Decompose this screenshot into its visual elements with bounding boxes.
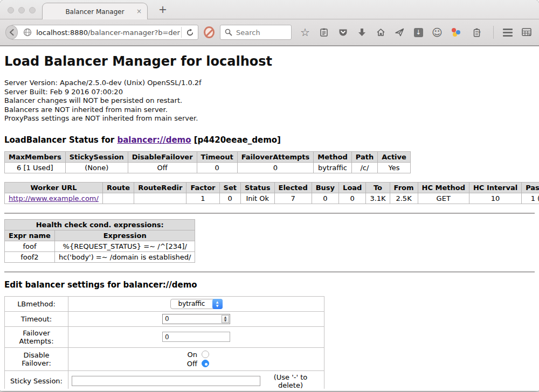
chat-button[interactable]: ☺ xyxy=(430,25,444,39)
status-heading-suffix: [p4420eeae_demo] xyxy=(191,135,281,145)
extension-dots-button[interactable] xyxy=(449,25,463,39)
lbmethod-select[interactable]: bytraffic ▲▼ xyxy=(170,299,223,309)
col-expression: Expression xyxy=(54,230,195,241)
val-from: 2.5K xyxy=(390,193,418,204)
lbmethod-selected-value: bytraffic xyxy=(171,300,213,307)
battery-extension-button[interactable]: ▾ xyxy=(468,25,486,39)
worker-table: Worker URL Route RouteRedir Factor Set S… xyxy=(4,182,539,204)
disable-failover-on-radio[interactable] xyxy=(202,351,209,358)
val-factor: 1 xyxy=(186,193,219,204)
col-status: Status xyxy=(240,182,274,193)
timeout-value: 0 xyxy=(163,315,222,323)
colored-dots-icon xyxy=(451,27,461,37)
disable-failover-label: Disable Failover: xyxy=(5,347,68,370)
balancer-header-row: MaxMembers StickySession DisableFailover… xyxy=(5,151,411,162)
server-info: Server Version: Apache/2.5.0-dev (Unix) … xyxy=(4,79,535,123)
col-disablefailover: DisableFailover xyxy=(128,151,197,162)
search-icon xyxy=(225,29,232,36)
toolbar-icons: ☆ xyxy=(298,25,534,39)
balancer-settings-form: LBmethod: bytraffic ▲▼ Timeout: 0 ▲▼ xyxy=(4,296,324,389)
col-hc-interval: HC Interval xyxy=(469,182,521,193)
navigation-toolbar: localhost:8880/balancer-manager?b=demo&n… xyxy=(0,19,539,46)
bookmark-star-button[interactable]: ☆ xyxy=(298,25,312,39)
worker-row: http://www.example.com/ 1 0 Init Ok 7 0 … xyxy=(5,193,539,204)
url-text[interactable]: localhost:8880/balancer-manager?b=demo&n… xyxy=(36,29,180,37)
extension-download-button[interactable]: ↓ xyxy=(411,25,425,39)
val-status: Init Ok xyxy=(240,193,274,204)
col-set: Set xyxy=(219,182,240,193)
close-window-button[interactable] xyxy=(8,7,14,13)
col-timeout: Timeout xyxy=(197,151,237,162)
minimize-window-button[interactable] xyxy=(18,7,25,13)
disable-failover-off-radio[interactable] xyxy=(202,360,209,367)
downloads-button[interactable] xyxy=(355,25,369,39)
balancer-demo-link[interactable]: balancer://demo xyxy=(117,135,191,145)
disable-failover-row: Disable Failover: On Off xyxy=(5,347,324,370)
inherit-note-line: Balancers are NOT inherited from main se… xyxy=(4,106,535,115)
col-factor: Factor xyxy=(186,182,219,193)
worker-url-link[interactable]: http://www.example.com/ xyxy=(9,194,99,202)
browser-window: Balancer Manager × + localhost:8880/bala… xyxy=(0,0,539,391)
col-path: Path xyxy=(351,151,377,162)
site-identity-globe-icon xyxy=(23,28,32,37)
reading-list-button[interactable] xyxy=(317,25,331,39)
failover-attempts-input[interactable]: 0 xyxy=(162,332,230,342)
url-bar[interactable]: localhost:8880/balancer-manager?b=demo&n… xyxy=(11,25,198,40)
section-divider-2 xyxy=(4,271,535,272)
val-disablefailover: Off xyxy=(128,162,197,173)
toolbar-separator xyxy=(493,26,494,39)
reload-icon xyxy=(186,29,194,37)
paper-plane-icon xyxy=(395,28,404,37)
grid-extension-button[interactable] xyxy=(520,25,534,39)
zoom-window-button[interactable] xyxy=(29,7,36,13)
home-button[interactable] xyxy=(374,25,388,39)
search-bar[interactable]: Search xyxy=(220,25,292,40)
col-expr-name: Expr name xyxy=(5,230,55,241)
balancer-value-row: 6 [1 Used] (None) Off 0 0 bytraffic /c/ … xyxy=(5,162,411,173)
val-expression-1: %{REQUEST_STATUS} =~ /^[234]/ xyxy=(54,241,195,251)
col-method: Method xyxy=(314,151,351,162)
back-button[interactable] xyxy=(5,25,18,39)
col-stickysession: StickySession xyxy=(65,151,128,162)
number-spinner-icon[interactable]: ▲▼ xyxy=(222,315,229,323)
failover-attempts-label: Failover Attempts: xyxy=(5,326,68,347)
worker-url-cell: http://www.example.com/ xyxy=(5,193,103,204)
health-caption-row: Health check cond. expressions: xyxy=(5,219,195,230)
menu-button[interactable] xyxy=(501,25,515,39)
timeout-label: Timeout: xyxy=(5,311,68,326)
tab-balancer-manager[interactable]: Balancer Manager × xyxy=(42,3,148,20)
tab-bar: Balancer Manager × + xyxy=(0,0,539,19)
col-routeredir: RouteRedir xyxy=(134,182,186,193)
pocket-button[interactable] xyxy=(336,25,350,39)
sticky-session-row: Sticky Session: (Use '-' to delete) xyxy=(5,370,324,389)
val-path: /c/ xyxy=(351,162,377,173)
sticky-session-input[interactable] xyxy=(72,376,260,386)
health-row-foof2: foof2 hc('body') =~ /domain is establish… xyxy=(5,251,195,262)
lbmethod-row: LBmethod: bytraffic ▲▼ xyxy=(5,296,324,311)
health-check-table: Health check cond. expressions: Expr nam… xyxy=(4,219,195,263)
radio-off-label: Off xyxy=(183,360,197,368)
val-load: 0 xyxy=(339,193,366,204)
worker-header-row: Worker URL Route RouteRedir Factor Set S… xyxy=(5,182,539,193)
val-passes: 1 (0) xyxy=(522,193,539,204)
timeout-input[interactable]: 0 ▲▼ xyxy=(162,314,230,324)
tab-close-icon[interactable]: × xyxy=(136,8,142,15)
section-divider-1 xyxy=(4,213,535,214)
val-stickysession: (None) xyxy=(65,162,128,173)
content-blocked-icon[interactable] xyxy=(204,26,215,38)
proxypass-note-line: ProxyPass settings are NOT inherited fro… xyxy=(4,114,535,123)
val-set: 0 xyxy=(219,193,240,204)
radio-on-label: On xyxy=(183,351,197,359)
star-icon: ☆ xyxy=(300,27,310,38)
page-title: Load Balancer Manager for localhost xyxy=(4,54,535,69)
col-route: Route xyxy=(102,182,134,193)
edit-balancer-heading: Edit balancer settings for balancer://de… xyxy=(4,280,535,290)
reload-button[interactable] xyxy=(183,29,198,37)
new-tab-button[interactable]: + xyxy=(154,3,171,15)
window-controls[interactable] xyxy=(8,7,36,13)
page-content: Load Balancer Manager for localhost Serv… xyxy=(0,46,539,389)
smiley-icon: ☺ xyxy=(432,27,443,38)
send-tab-button[interactable] xyxy=(392,25,406,39)
val-elected: 7 xyxy=(274,193,312,204)
select-stepper-icon: ▲▼ xyxy=(212,299,223,309)
